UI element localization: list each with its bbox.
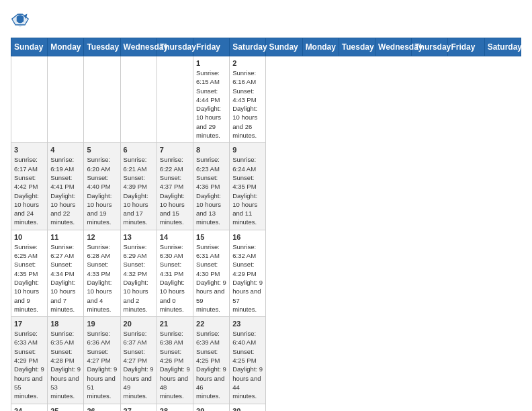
day-info: Sunrise: 6:23 AM Sunset: 4:36 PM Dayligh… (196, 155, 226, 226)
day-header-friday: Friday (193, 38, 230, 56)
day-number: 3 (14, 146, 44, 154)
calendar-cell: 30Sunrise: 6:48 AM Sunset: 4:22 PM Dayli… (230, 404, 266, 411)
page-header (11, 11, 521, 30)
day-info: Sunrise: 6:38 AM Sunset: 4:26 PM Dayligh… (160, 329, 190, 400)
day-header-saturday: Saturday (230, 38, 266, 56)
calendar-cell: 23Sunrise: 6:40 AM Sunset: 4:25 PM Dayli… (230, 317, 266, 404)
calendar-cell: 24Sunrise: 6:41 AM Sunset: 4:24 PM Dayli… (11, 404, 48, 411)
day-header-sunday: Sunday (11, 38, 48, 56)
day-number: 25 (50, 407, 81, 412)
calendar-cell: 5Sunrise: 6:20 AM Sunset: 4:40 PM Daylig… (84, 143, 120, 230)
day-number: 9 (232, 146, 263, 154)
day-info: Sunrise: 6:40 AM Sunset: 4:25 PM Dayligh… (232, 329, 263, 400)
calendar-cell: 21Sunrise: 6:38 AM Sunset: 4:26 PM Dayli… (157, 317, 193, 404)
calendar-cell (48, 56, 84, 143)
col-header-monday: Monday (302, 38, 339, 56)
day-number: 28 (160, 407, 190, 412)
calendar-week-4: 17Sunrise: 6:33 AM Sunset: 4:29 PM Dayli… (11, 317, 521, 404)
day-number: 7 (160, 146, 190, 154)
calendar-cell (84, 56, 120, 143)
calendar-cell: 26Sunrise: 6:43 AM Sunset: 4:23 PM Dayli… (84, 404, 120, 411)
calendar-cell (120, 56, 157, 143)
calendar-cell: 3Sunrise: 6:17 AM Sunset: 4:42 PM Daylig… (11, 143, 48, 230)
calendar-cell: 1Sunrise: 6:15 AM Sunset: 4:44 PM Daylig… (193, 56, 230, 143)
calendar-cell: 16Sunrise: 6:32 AM Sunset: 4:29 PM Dayli… (230, 230, 266, 316)
col-header-thursday: Thursday (412, 38, 448, 56)
day-number: 15 (196, 233, 226, 241)
day-info: Sunrise: 6:20 AM Sunset: 4:40 PM Dayligh… (87, 155, 117, 226)
day-header-wednesday: Wednesday (120, 38, 157, 56)
calendar-cell: 29Sunrise: 6:47 AM Sunset: 4:22 PM Dayli… (193, 404, 230, 411)
day-info: Sunrise: 6:17 AM Sunset: 4:42 PM Dayligh… (14, 155, 44, 226)
day-number: 24 (14, 407, 44, 412)
day-info: Sunrise: 6:21 AM Sunset: 4:39 PM Dayligh… (124, 155, 154, 226)
calendar-cell: 27Sunrise: 6:44 AM Sunset: 4:23 PM Dayli… (120, 404, 157, 411)
day-number: 23 (232, 320, 263, 328)
day-header-tuesday: Tuesday (84, 38, 120, 56)
col-header-saturday: Saturday (484, 38, 521, 56)
calendar-cell: 19Sunrise: 6:36 AM Sunset: 4:27 PM Dayli… (84, 317, 120, 404)
day-number: 17 (14, 320, 44, 328)
day-info: Sunrise: 6:19 AM Sunset: 4:41 PM Dayligh… (50, 155, 81, 226)
day-info: Sunrise: 6:16 AM Sunset: 4:43 PM Dayligh… (232, 68, 263, 140)
calendar-cell: 2Sunrise: 6:16 AM Sunset: 4:43 PM Daylig… (230, 56, 266, 143)
calendar-cell: 13Sunrise: 6:29 AM Sunset: 4:32 PM Dayli… (120, 230, 157, 316)
day-info: Sunrise: 6:39 AM Sunset: 4:25 PM Dayligh… (196, 329, 226, 400)
day-number: 20 (124, 320, 154, 328)
day-info: Sunrise: 6:36 AM Sunset: 4:27 PM Dayligh… (87, 329, 117, 400)
day-header-thursday: Thursday (157, 38, 193, 56)
day-number: 29 (196, 407, 226, 412)
calendar-header-row: SundayMondayTuesdayWednesdayThursdayFrid… (11, 38, 521, 56)
day-number: 5 (87, 146, 117, 154)
day-info: Sunrise: 6:22 AM Sunset: 4:37 PM Dayligh… (160, 155, 190, 226)
day-info: Sunrise: 6:15 AM Sunset: 4:44 PM Dayligh… (196, 68, 226, 140)
day-number: 2 (232, 59, 263, 67)
calendar-week-5: 24Sunrise: 6:41 AM Sunset: 4:24 PM Dayli… (11, 404, 521, 411)
day-number: 21 (160, 320, 190, 328)
day-number: 19 (87, 320, 117, 328)
col-header-sunday: Sunday (266, 38, 302, 56)
calendar-cell (157, 56, 193, 143)
logo (11, 11, 32, 30)
day-number: 6 (124, 146, 154, 154)
calendar-week-3: 10Sunrise: 6:25 AM Sunset: 4:35 PM Dayli… (11, 230, 521, 316)
calendar-cell: 18Sunrise: 6:35 AM Sunset: 4:28 PM Dayli… (48, 317, 84, 404)
day-number: 22 (196, 320, 226, 328)
day-info: Sunrise: 6:33 AM Sunset: 4:29 PM Dayligh… (14, 329, 44, 400)
day-number: 16 (232, 233, 263, 241)
calendar-cell: 28Sunrise: 6:45 AM Sunset: 4:23 PM Dayli… (157, 404, 193, 411)
day-number: 1 (196, 59, 226, 67)
day-number: 27 (124, 407, 154, 412)
calendar-cell: 20Sunrise: 6:37 AM Sunset: 4:27 PM Dayli… (120, 317, 157, 404)
calendar-cell: 15Sunrise: 6:31 AM Sunset: 4:30 PM Dayli… (193, 230, 230, 316)
col-header-friday: Friday (448, 38, 484, 56)
day-info: Sunrise: 6:24 AM Sunset: 4:35 PM Dayligh… (232, 155, 263, 226)
day-number: 26 (87, 407, 117, 412)
calendar-cell: 11Sunrise: 6:27 AM Sunset: 4:34 PM Dayli… (48, 230, 84, 316)
calendar-cell: 22Sunrise: 6:39 AM Sunset: 4:25 PM Dayli… (193, 317, 230, 404)
calendar-cell: 14Sunrise: 6:30 AM Sunset: 4:31 PM Dayli… (157, 230, 193, 316)
day-info: Sunrise: 6:31 AM Sunset: 4:30 PM Dayligh… (196, 242, 226, 314)
calendar-week-2: 3Sunrise: 6:17 AM Sunset: 4:42 PM Daylig… (11, 143, 521, 230)
day-number: 30 (232, 407, 263, 412)
day-number: 12 (87, 233, 117, 241)
day-info: Sunrise: 6:29 AM Sunset: 4:32 PM Dayligh… (124, 242, 154, 314)
col-header-tuesday: Tuesday (339, 38, 375, 56)
day-info: Sunrise: 6:28 AM Sunset: 4:33 PM Dayligh… (87, 242, 117, 314)
calendar-table: SundayMondayTuesdayWednesdayThursdayFrid… (11, 38, 521, 411)
col-header-wednesday: Wednesday (375, 38, 412, 56)
day-info: Sunrise: 6:25 AM Sunset: 4:35 PM Dayligh… (14, 242, 44, 314)
calendar-cell: 25Sunrise: 6:42 AM Sunset: 4:24 PM Dayli… (48, 404, 84, 411)
calendar-cell (11, 56, 48, 143)
day-info: Sunrise: 6:27 AM Sunset: 4:34 PM Dayligh… (50, 242, 81, 314)
day-number: 14 (160, 233, 190, 241)
calendar-cell: 8Sunrise: 6:23 AM Sunset: 4:36 PM Daylig… (193, 143, 230, 230)
day-info: Sunrise: 6:30 AM Sunset: 4:31 PM Dayligh… (160, 242, 190, 314)
day-info: Sunrise: 6:37 AM Sunset: 4:27 PM Dayligh… (124, 329, 154, 400)
calendar-cell: 17Sunrise: 6:33 AM Sunset: 4:29 PM Dayli… (11, 317, 48, 404)
day-number: 11 (50, 233, 81, 241)
day-number: 13 (124, 233, 154, 241)
day-number: 18 (50, 320, 81, 328)
day-number: 8 (196, 146, 226, 154)
logo-icon (11, 11, 30, 30)
